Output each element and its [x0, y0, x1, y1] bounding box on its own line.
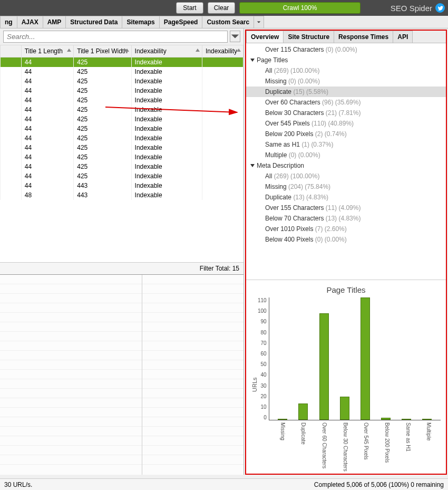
- tree-item[interactable]: Meta Description: [246, 160, 446, 171]
- top-toolbar: Start Clear Crawl 100% SEO Spider: [0, 0, 448, 16]
- twitter-icon[interactable]: [435, 3, 445, 13]
- chart-bar: [381, 418, 391, 420]
- tree-item[interactable]: Multiple (0) (0.00%): [246, 150, 446, 160]
- bottom-right-pane[interactable]: [142, 275, 244, 475]
- status-right: Completed 5,006 of 5,006 (100%) 0 remain…: [314, 481, 444, 488]
- tree-item[interactable]: Over 155 Characters (11) (4.09%): [246, 203, 446, 213]
- tree-item[interactable]: Duplicate (15) (5.58%): [246, 87, 446, 97]
- tree-item[interactable]: Over 115 Characters (0) (0.00%): [246, 44, 446, 55]
- right-panel: OverviewSite StructureResponse TimesAPI …: [245, 30, 447, 475]
- tab-amp[interactable]: AMP: [43, 16, 66, 28]
- tree-item[interactable]: Missing (204) (75.84%): [246, 181, 446, 192]
- tab-overflow[interactable]: [254, 16, 264, 28]
- chart-bar: [298, 403, 308, 420]
- chart-yticks: 1101009080706050403020100: [258, 297, 269, 420]
- rtab-site-structure[interactable]: Site Structure: [283, 31, 334, 43]
- chart-bar: [278, 419, 287, 420]
- brand-text: SEO Spider: [391, 4, 432, 13]
- left-panel: Title 1 LengthTitle 1 Pixel WidthIndexab…: [0, 28, 244, 475]
- chart-ylabel: URLs: [251, 297, 258, 472]
- tab-ng[interactable]: ng: [0, 16, 17, 28]
- chart-bar: [361, 297, 370, 420]
- right-tabs: OverviewSite StructureResponse TimesAPI: [246, 31, 446, 43]
- rtab-api[interactable]: API: [393, 31, 413, 43]
- tab-custom-searc[interactable]: Custom Searc: [202, 16, 254, 28]
- table-row[interactable]: 44425Indexable: [1, 76, 244, 86]
- tree-item[interactable]: Over 545 Pixels (110) (40.89%): [246, 118, 446, 129]
- search-input[interactable]: [3, 31, 228, 43]
- table-row[interactable]: 44425Indexable: [1, 143, 244, 152]
- chart-bar: [319, 313, 329, 420]
- brand-label: SEO Spider: [391, 3, 445, 13]
- tab-pagespeed[interactable]: PageSpeed: [159, 16, 203, 28]
- status-bar: 30 URL/s. Completed 5,006 of 5,006 (100%…: [0, 478, 448, 490]
- tree-item[interactable]: Below 200 Pixels (2) (0.74%): [246, 129, 446, 139]
- crawl-progress: Crawl 100%: [239, 2, 361, 14]
- tab-structured-data[interactable]: Structured Data: [65, 16, 122, 28]
- filter-total: Filter Total: 15: [0, 262, 244, 274]
- table-row[interactable]: 48443Indexable: [1, 190, 244, 200]
- chart-xlabels: MissingDuplicateOver 60 CharactersBelow …: [258, 420, 441, 472]
- table-row[interactable]: 44425Indexable: [1, 162, 244, 171]
- tab-ajax[interactable]: AJAX: [17, 16, 43, 28]
- results-table[interactable]: Title 1 LengthTitle 1 Pixel WidthIndexab…: [0, 45, 244, 262]
- table-row[interactable]: 44425Indexable: [1, 114, 244, 124]
- tree-item[interactable]: Same as H1 (1) (0.37%): [246, 139, 446, 150]
- start-button[interactable]: Start: [176, 2, 203, 14]
- table-row[interactable]: 44425Indexable: [1, 57, 244, 68]
- tree-item[interactable]: Below 30 Characters (21) (7.81%): [246, 108, 446, 118]
- column-header[interactable]: Title 1 Pixel Width: [74, 45, 131, 57]
- tree-item[interactable]: Duplicate (13) (4.83%): [246, 192, 446, 203]
- tree-item[interactable]: Missing (0) (0.00%): [246, 76, 446, 87]
- chart-bar: [402, 419, 411, 420]
- chart-bar: [422, 419, 432, 420]
- chart-bar: [340, 397, 349, 420]
- tree-item[interactable]: Page Titles: [246, 55, 446, 65]
- tree-item[interactable]: Over 60 Characters (96) (35.69%): [246, 97, 446, 108]
- tree-item[interactable]: Below 70 Characters (13) (4.83%): [246, 213, 446, 224]
- chart-title: Page Titles: [251, 285, 441, 294]
- table-row[interactable]: 44425Indexable: [1, 67, 244, 76]
- chart-plot: [269, 297, 441, 420]
- tree-item[interactable]: All (269) (100.00%): [246, 171, 446, 181]
- status-left: 30 URL/s.: [4, 481, 32, 488]
- clear-button[interactable]: Clear: [208, 2, 235, 14]
- tree-item[interactable]: Below 400 Pixels (0) (0.00%): [246, 234, 446, 245]
- table-row[interactable]: 44425Indexable: [1, 152, 244, 162]
- rtab-overview[interactable]: Overview: [246, 31, 284, 43]
- overview-tree[interactable]: Over 115 Characters (0) (0.00%)Page Titl…: [246, 43, 446, 280]
- column-header[interactable]: [1, 45, 22, 57]
- rtab-response-times[interactable]: Response Times: [334, 31, 393, 43]
- column-header[interactable]: Indexability: [131, 45, 202, 57]
- table-row[interactable]: 44425Indexable: [1, 171, 244, 181]
- tree-item[interactable]: All (269) (100.00%): [246, 65, 446, 76]
- table-row[interactable]: 44443Indexable: [1, 181, 244, 190]
- column-header[interactable]: Indexability: [202, 45, 244, 57]
- bottom-left-pane[interactable]: [0, 275, 142, 475]
- table-row[interactable]: 44425Indexable: [1, 124, 244, 133]
- table-row[interactable]: 44425Indexable: [1, 86, 244, 95]
- table-row[interactable]: 44425Indexable: [1, 105, 244, 114]
- tab-sitemaps[interactable]: Sitemaps: [122, 16, 159, 28]
- table-row[interactable]: 44425Indexable: [1, 133, 244, 143]
- bottom-split: [0, 274, 244, 475]
- table-row[interactable]: 44425Indexable: [1, 95, 244, 105]
- search-dropdown[interactable]: [230, 31, 240, 42]
- chart-area: Page Titles URLs 11010090807060504030201…: [246, 280, 446, 474]
- tree-item[interactable]: Over 1010 Pixels (7) (2.60%): [246, 224, 446, 234]
- filter-tabs: ngAJAXAMPStructured DataSitemapsPageSpee…: [0, 16, 448, 28]
- column-header[interactable]: Title 1 Length: [21, 45, 74, 57]
